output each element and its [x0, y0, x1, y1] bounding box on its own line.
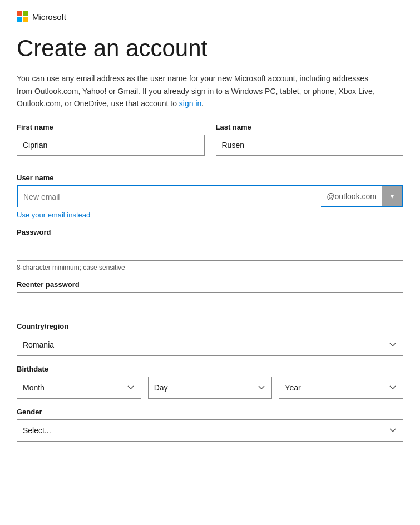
year-select[interactable]: Year 2000 1990: [279, 377, 403, 399]
year-group: Year 2000 1990: [279, 377, 403, 399]
username-label: User name: [17, 174, 403, 182]
last-name-input[interactable]: [216, 135, 404, 156]
gender-select[interactable]: Select... Male Female Other: [17, 419, 403, 442]
birthdate-label: Birthdate: [17, 365, 403, 373]
username-group: User name @outlook.com ▾ Use your email …: [17, 174, 403, 219]
microsoft-logo-text: Microsoft: [32, 12, 66, 22]
last-name-group: Last name: [216, 123, 404, 156]
password-hint: 8-character minimum; case sensitive: [17, 264, 403, 271]
username-dropdown-button[interactable]: ▾: [382, 186, 402, 206]
username-domain: @outlook.com: [321, 186, 382, 206]
microsoft-logo-grid: [17, 11, 28, 22]
first-name-input[interactable]: [17, 135, 205, 156]
microsoft-logo: Microsoft: [17, 11, 403, 22]
password-group: Password 8-character minimum; case sensi…: [17, 228, 403, 271]
password-label: Password: [17, 228, 403, 236]
description-text: You can use any email address as the use…: [17, 72, 384, 110]
username-container: @outlook.com ▾: [17, 185, 403, 207]
logo-blue-square: [17, 17, 22, 22]
name-row: First name Last name: [17, 123, 403, 165]
description-part2: .: [201, 99, 204, 108]
country-label: Country/region: [17, 322, 403, 330]
country-group: Country/region Romania United States Uni…: [17, 322, 403, 356]
page-title: Create an account: [17, 36, 403, 61]
birthdate-group: Birthdate Month January February March A…: [17, 365, 403, 399]
country-select[interactable]: Romania United States United Kingdom: [17, 334, 403, 356]
birthdate-row: Month January February March April May J…: [17, 377, 403, 399]
password-input[interactable]: [17, 240, 403, 261]
chevron-down-icon: ▾: [391, 192, 394, 200]
logo-red-square: [17, 11, 22, 16]
gender-group: Gender Select... Male Female Other: [17, 408, 403, 442]
day-select[interactable]: Day 1 2 3: [148, 377, 273, 399]
use-email-link-container: Use your email instead: [17, 211, 403, 219]
use-email-link[interactable]: Use your email instead: [17, 211, 90, 219]
sign-in-link[interactable]: sign in: [179, 99, 201, 108]
reenter-password-label: Reenter password: [17, 280, 403, 289]
page-container: Microsoft Create an account You can use …: [0, 0, 420, 525]
reenter-password-group: Reenter password: [17, 280, 403, 313]
username-input[interactable]: [18, 186, 321, 207]
first-name-group: First name: [17, 123, 205, 156]
reenter-password-input[interactable]: [17, 292, 403, 313]
first-name-label: First name: [17, 123, 205, 131]
month-group: Month January February March April May J…: [17, 377, 141, 399]
logo-yellow-square: [23, 17, 28, 22]
gender-label: Gender: [17, 408, 403, 416]
last-name-label: Last name: [216, 123, 404, 131]
day-group: Day 1 2 3: [148, 377, 273, 399]
logo-green-square: [23, 11, 28, 16]
month-select[interactable]: Month January February March April May J…: [17, 377, 141, 399]
